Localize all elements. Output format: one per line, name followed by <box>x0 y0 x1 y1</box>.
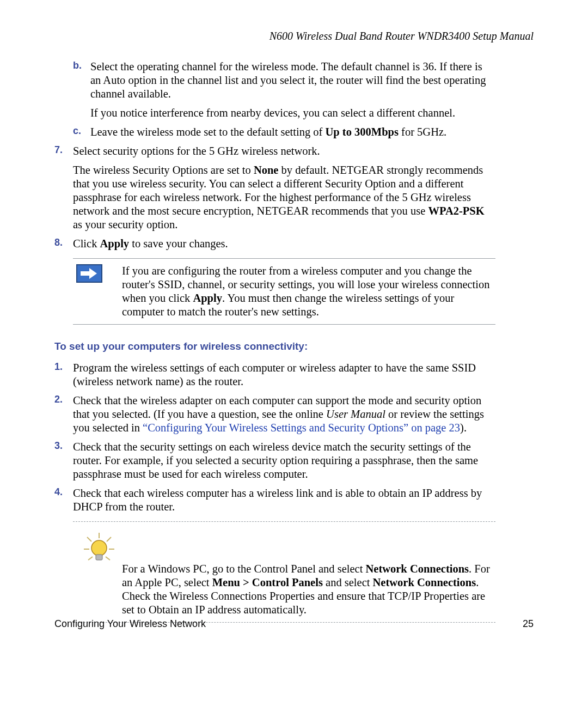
note-apply-bold: Apply <box>193 292 222 304</box>
step-7-p2-pre: The wireless Security Options are set to <box>73 164 254 176</box>
svg-line-6 <box>106 557 110 560</box>
substep-b-p1: Select the operating channel for the wir… <box>90 60 495 101</box>
page-content: b. Select the operating channel for the … <box>54 60 495 630</box>
step-7-p2-wpa2: WPA2-PSK <box>428 205 484 217</box>
comp-step-4-text: Check that each wireless computer has a … <box>73 486 495 514</box>
step-7-p1: Select security options for the 5 GHz wi… <box>73 144 495 158</box>
tip-l3: Check the Wireless Connections Propertie… <box>122 590 485 616</box>
substep-c: c. Leave the wireless mode set to the de… <box>73 125 495 139</box>
comp-step-1-number: 1. <box>54 361 71 373</box>
note-body: If you are configuring the router from a… <box>122 264 490 319</box>
substep-c-text: Leave the wireless mode set to the defau… <box>90 125 495 139</box>
comp-step-4-number: 4. <box>54 486 71 498</box>
comp-step-1-text: Program the wireless settings of each co… <box>73 361 495 388</box>
comp-step-2-text: Check that the wireless adapter on each … <box>73 394 495 435</box>
substep-b-label: b. <box>73 60 88 72</box>
step-8-post: to save your changes. <box>129 238 228 249</box>
substep-c-bold: Up to 300Mbps <box>326 126 399 138</box>
step-7-p2: The wireless Security Options are set to… <box>73 163 495 232</box>
substep-c-pre: Leave the wireless mode set to the defau… <box>90 126 326 138</box>
step-7-p2-post: as your security option. <box>73 218 177 230</box>
footer-page-number: 25 <box>523 618 534 630</box>
tip-l2-mid: and select <box>323 576 373 588</box>
tip-l2-b2: Network Connections <box>373 576 476 588</box>
comp-step-2-number: 2. <box>54 394 71 406</box>
step-8-number: 8. <box>54 237 71 249</box>
svg-line-2 <box>107 537 111 541</box>
page-footer: Configuring Your Wireless Network 25 <box>54 618 534 630</box>
substep-c-label: c. <box>73 125 88 137</box>
comp-step-2: 2. Check that the wireless adapter on ea… <box>54 394 495 435</box>
step-8-text: Click Apply to save your changes. <box>73 237 495 251</box>
tip-callout: For a Windows PC, go to the Control Pane… <box>73 521 495 623</box>
footer-section-title: Configuring Your Wireless Network <box>54 618 206 630</box>
svg-point-7 <box>91 540 107 556</box>
page: N600 Wireless Dual Band Router WNDR3400 … <box>0 0 588 706</box>
step-7: 7. Select security options for the 5 GHz… <box>54 144 495 232</box>
step-7-number: 7. <box>54 144 71 156</box>
tip-l1-bold: Network Connections <box>365 563 469 575</box>
comp-step-1: 1. Program the wireless settings of each… <box>54 361 495 388</box>
svg-line-1 <box>87 537 91 541</box>
substep-b-p2: If you notice interference from nearby d… <box>90 106 495 120</box>
step-8-pre: Click <box>73 238 100 249</box>
step-7-p2-none: None <box>254 164 279 176</box>
step-8-apply: Apply <box>100 238 130 249</box>
substep-c-post: for 5GHz. <box>399 126 446 138</box>
comp-step-3: 3. Check that the security settings on e… <box>54 440 495 481</box>
running-header: N600 Wireless Dual Band Router WNDR3400 … <box>270 30 534 42</box>
tip-l1-pre: For a Windows PC, go to the Control Pane… <box>122 563 365 575</box>
cross-reference-link[interactable]: “Configuring Your Wireless Settings and … <box>143 422 460 434</box>
comp-step-4: 4. Check that each wireless computer has… <box>54 486 495 514</box>
comp-step-2-post: ). <box>460 422 467 434</box>
lightbulb-tip-icon <box>82 532 117 567</box>
comp-step-3-number: 3. <box>54 440 71 452</box>
tip-l2-b1: Menu > Control Panels <box>212 576 323 588</box>
svg-line-5 <box>88 557 93 560</box>
note-callout: If you are configuring the router from a… <box>73 258 495 325</box>
tip-l2-post: . <box>476 576 479 588</box>
comp-step-3-text: Check that the security settings on each… <box>73 440 495 481</box>
comp-step-2-usermanual: User Manual <box>326 408 385 420</box>
svg-rect-8 <box>96 555 102 560</box>
tip-body: For a Windows PC, go to the Control Pane… <box>122 562 490 617</box>
arrow-right-icon <box>76 264 102 283</box>
step-8: 8. Click Apply to save your changes. <box>54 237 495 251</box>
arrow-note-icon <box>76 263 107 294</box>
section-heading: To set up your computers for wireless co… <box>54 340 495 352</box>
substep-b: b. Select the operating channel for the … <box>73 60 495 120</box>
